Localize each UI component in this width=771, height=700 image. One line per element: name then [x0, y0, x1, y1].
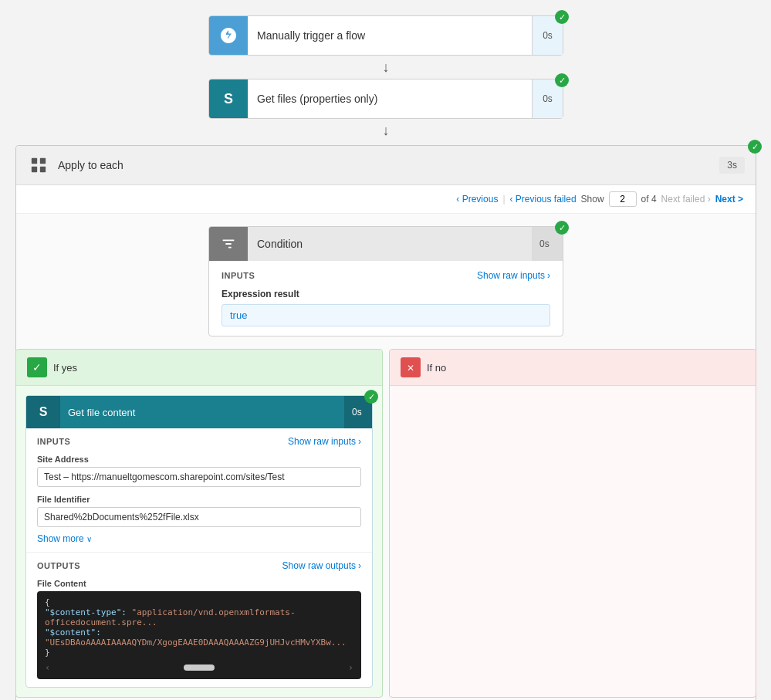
apply-each-icon: [27, 154, 50, 177]
show-raw-outputs-link[interactable]: Show raw outputs: [282, 560, 361, 571]
trigger-svg: [219, 26, 238, 45]
show-raw-inputs-2-link[interactable]: Show raw inputs: [288, 436, 361, 447]
expr-result-value: true: [221, 304, 550, 326]
outputs-title-row: OUTPUTS Show raw outputs: [37, 560, 361, 571]
scrollbar-thumb[interactable]: [184, 664, 215, 671]
arrow-1: ↓: [383, 56, 390, 79]
trigger-success: [555, 10, 569, 24]
if-no-label: If no: [427, 362, 446, 374]
get-file-icon: S: [26, 396, 60, 428]
scroll-indicator: ‹ ›: [45, 662, 353, 673]
condition-branches: If yes S Get file content 0s: [15, 349, 756, 698]
svg-rect-1: [40, 158, 46, 164]
show-raw-chevron: [547, 270, 550, 281]
site-address-label: Site Address: [37, 455, 361, 464]
of-total: of 4: [641, 194, 657, 205]
trigger-step: Manually trigger a flow 0s: [208, 15, 563, 56]
inner-content: Condition 0s INPUTS Show raw inputs Expr…: [16, 214, 756, 700]
show-more-link[interactable]: Show more: [37, 533, 361, 544]
trigger-icon: [209, 16, 248, 55]
get-files-step: S Get files (properties only) 0s: [208, 79, 563, 119]
if-yes-branch: If yes S Get file content 0s: [15, 349, 383, 698]
svg-rect-2: [32, 167, 37, 172]
site-address-value: Test – https://manueltgomescom.sharepoin…: [37, 467, 361, 487]
previous-failed-link[interactable]: ‹ Previous failed: [510, 194, 577, 205]
if-yes-icon: [27, 357, 47, 377]
get-file-label: Get file content: [60, 407, 344, 418]
expr-result-label: Expression result: [221, 289, 550, 299]
inputs-title-row: INPUTS Show raw inputs: [221, 270, 550, 281]
get-files-success: [555, 73, 569, 87]
file-content-label: File Content: [37, 579, 361, 588]
condition-svg: [220, 235, 237, 252]
if-no-header: If no: [390, 350, 756, 386]
code-key-2: "$content":: [45, 627, 101, 637]
get-file-success: [364, 390, 378, 404]
chevron-right-outputs: [358, 560, 361, 571]
arrow-2: ↓: [383, 119, 390, 142]
get-file-outputs: OUTPUTS Show raw outputs File Content {: [26, 553, 372, 687]
if-yes-label: If yes: [53, 362, 77, 374]
condition-block: Condition 0s INPUTS Show raw inputs Expr…: [208, 226, 563, 336]
apply-each-time: 3s: [719, 157, 745, 174]
if-no-branch: If no: [389, 349, 756, 698]
code-val-2: "UEsDBAoAAAAIAAAAQYDm/XgogEAAE0DAAAQAAAA…: [45, 637, 347, 648]
if-no-icon: [401, 357, 421, 377]
show-more-chevron: [86, 533, 92, 544]
apply-each-container: Apply to each 3s ‹ Previous | ‹ Previous…: [15, 145, 756, 700]
get-file-content-block: S Get file content 0s INPUTS Show raw: [25, 395, 373, 688]
next-failed-label[interactable]: Next failed ›: [661, 194, 711, 205]
get-file-header: S Get file content 0s: [26, 396, 372, 428]
condition-header: Condition 0s: [209, 227, 563, 261]
chevron-right-2: [358, 436, 361, 447]
output-code-block: { "$content-type": "application/vnd.open…: [37, 591, 361, 679]
code-line-1: {: [45, 597, 353, 607]
code-line-end: }: [45, 648, 353, 658]
show-raw-inputs-link[interactable]: Show raw inputs: [477, 270, 550, 281]
pagination-bar: ‹ Previous | ‹ Previous failed Show of 4…: [16, 185, 756, 214]
get-files-icon: S: [209, 79, 248, 118]
trigger-label: Manually trigger a flow: [248, 29, 532, 42]
next-link[interactable]: Next >: [715, 194, 743, 205]
show-label: Show: [581, 194, 604, 205]
condition-success: [555, 221, 569, 235]
flow-container: Manually trigger a flow 0s ↓ S Get files…: [15, 15, 756, 700]
code-line-3: "$content": "UEsDBAoAAAAIAAAAQYDm/XgogEA…: [45, 627, 353, 648]
get-file-inputs: INPUTS Show raw inputs Site Address Test…: [26, 428, 372, 553]
get-files-label: Get files (properties only): [248, 93, 532, 105]
file-id-label: File Identifier: [37, 495, 361, 504]
file-id-value: Shared%2bDocuments%252fFile.xlsx: [37, 507, 361, 527]
if-yes-header: If yes: [16, 350, 382, 386]
apply-each-svg: [30, 157, 47, 174]
previous-link[interactable]: ‹ Previous: [456, 194, 498, 205]
apply-each-success: [748, 140, 762, 154]
get-file-inputs-title: INPUTS: [37, 437, 70, 446]
apply-each-header: Apply to each 3s: [16, 146, 756, 185]
apply-each-label: Apply to each: [58, 159, 719, 171]
condition-body: INPUTS Show raw inputs Expression result…: [209, 261, 563, 336]
get-file-inputs-title-row: INPUTS Show raw inputs: [37, 436, 361, 447]
condition-label: Condition: [248, 238, 532, 250]
inputs-title: INPUTS: [221, 271, 255, 280]
get-file-letter: S: [39, 405, 48, 419]
svg-rect-0: [32, 158, 37, 164]
outputs-title: OUTPUTS: [37, 561, 80, 570]
get-files-letter: S: [224, 91, 233, 107]
code-key-1: "$content-type":: [45, 607, 127, 617]
page-input[interactable]: [609, 191, 637, 207]
svg-rect-3: [40, 167, 46, 172]
code-line-2: "$content-type": "application/vnd.openxm…: [45, 607, 353, 627]
condition-icon: [209, 227, 248, 261]
